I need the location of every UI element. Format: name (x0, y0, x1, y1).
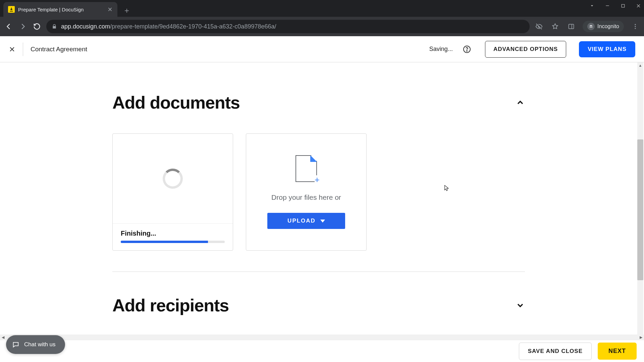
upload-button-label: UPLOAD (287, 218, 316, 224)
browser-chrome: Prepare Template | DocuSign app.docusign… (0, 0, 644, 36)
horizontal-scrollbar[interactable]: ◀ ▶ (0, 335, 644, 340)
upload-status-row: Finishing... (113, 224, 233, 250)
saving-status: Saving... (429, 46, 453, 53)
add-documents-section: Add documents Finishing... (112, 62, 525, 272)
caret-down-icon (320, 220, 325, 223)
loading-spinner-icon (163, 169, 183, 189)
view-plans-button[interactable]: VIEW PLANS (579, 41, 635, 57)
upload-status-label: Finishing... (121, 230, 225, 237)
upload-dropzone-card[interactable]: + Drop your files here or UPLOAD (246, 133, 367, 251)
chevron-down-icon[interactable] (516, 301, 525, 310)
app-header: Contract Agreement Saving... ADVANCED OP… (0, 36, 644, 62)
hscroll-left-icon[interactable]: ◀ (0, 335, 6, 340)
address-bar[interactable]: app.docusign.com/prepare-template/9ed486… (46, 20, 530, 33)
document-cards: Finishing... + Drop your files here or (112, 133, 525, 251)
svg-point-4 (635, 24, 636, 25)
content-wrap: ▲ Add documents Finishing... (0, 62, 644, 335)
document-add-icon: + (296, 155, 317, 182)
lock-icon (52, 24, 57, 29)
svg-point-2 (590, 26, 591, 28)
uploading-document-card: Finishing... (112, 133, 233, 251)
incognito-badge[interactable]: Incognito (583, 21, 624, 32)
maximize-icon[interactable] (620, 3, 626, 9)
add-recipients-title: Add recipients (112, 295, 229, 315)
scrollbar-up-icon[interactable]: ▲ (637, 62, 643, 68)
chevron-up-icon[interactable] (516, 98, 525, 107)
forward-icon[interactable] (18, 22, 28, 31)
document-title: Contract Agreement (31, 46, 87, 53)
toolbar-right-icons: Incognito (534, 21, 640, 32)
svg-point-3 (591, 26, 593, 28)
tab-title: Prepare Template | DocuSign (18, 7, 104, 12)
chat-widget[interactable]: Chat with us (6, 335, 65, 354)
footer-bar: SAVE AND CLOSE NEXT (0, 340, 644, 362)
window-close-icon[interactable] (635, 3, 641, 9)
hscroll-right-icon[interactable]: ▶ (638, 335, 644, 340)
url-text: app.docusign.com/prepare-template/9ed486… (61, 23, 276, 30)
upload-progress-bar (121, 241, 225, 243)
back-icon[interactable] (4, 22, 13, 31)
close-editor-icon[interactable] (9, 46, 15, 53)
address-row: app.docusign.com/prepare-template/9ed486… (0, 17, 644, 36)
incognito-icon (587, 23, 595, 30)
chat-label: Chat with us (24, 341, 56, 348)
svg-point-8 (467, 51, 467, 51)
advanced-options-button[interactable]: ADVANCED OPTIONS (485, 41, 566, 58)
tab-search-icon[interactable] (589, 3, 595, 9)
close-tab-icon[interactable] (107, 7, 113, 12)
browser-tab[interactable]: Prepare Template | DocuSign (3, 2, 117, 17)
svg-rect-1 (569, 24, 574, 28)
svg-point-6 (635, 28, 636, 29)
spinner-area (113, 134, 233, 224)
svg-rect-0 (622, 4, 625, 7)
add-recipients-section: Add recipients (112, 272, 525, 315)
add-recipients-header[interactable]: Add recipients (112, 272, 525, 315)
help-icon[interactable] (463, 45, 471, 53)
upload-progress-fill (121, 241, 208, 243)
chat-bubble-icon (12, 341, 19, 348)
minimize-icon[interactable] (604, 3, 610, 9)
scrollbar-thumb[interactable] (637, 139, 643, 280)
header-divider (23, 43, 23, 56)
kebab-menu-icon[interactable] (631, 22, 640, 31)
add-documents-header[interactable]: Add documents (112, 62, 525, 113)
reload-icon[interactable] (32, 22, 42, 31)
incognito-label: Incognito (597, 23, 619, 29)
docusign-favicon (8, 6, 15, 13)
upload-button[interactable]: UPLOAD (267, 213, 345, 229)
dropzone-text: Drop your files here or (271, 193, 341, 201)
panel-icon[interactable] (567, 22, 576, 31)
tab-strip: Prepare Template | DocuSign (0, 0, 644, 17)
svg-point-5 (635, 26, 636, 27)
next-button[interactable]: NEXT (598, 343, 637, 360)
window-controls (589, 3, 641, 9)
add-documents-title: Add documents (112, 93, 240, 113)
new-tab-button[interactable] (121, 5, 133, 17)
eye-off-icon[interactable] (534, 22, 544, 31)
save-and-close-button[interactable]: SAVE AND CLOSE (519, 343, 592, 360)
star-icon[interactable] (550, 22, 560, 31)
